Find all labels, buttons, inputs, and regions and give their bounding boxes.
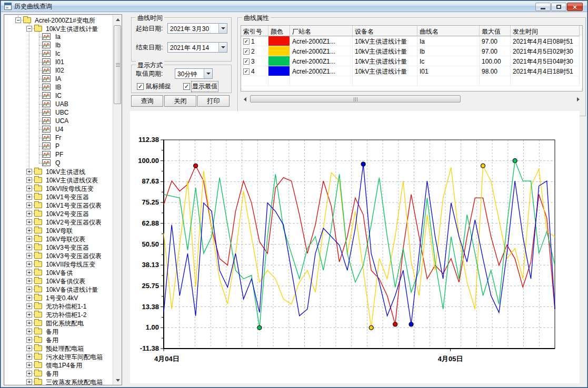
table-horizontal-scrollbar[interactable] — [241, 95, 583, 104]
expand-icon[interactable] — [26, 219, 32, 225]
scroll-left-button[interactable] — [241, 95, 249, 103]
tree-item-I01[interactable]: I01 — [4, 58, 113, 66]
tree-item-备用[interactable]: 备用 — [4, 327, 113, 335]
tree-item-10kVII段母线压变[interactable]: 10kVII段母线压变 — [4, 260, 113, 268]
tree-item-10kV主供进线仪表[interactable]: 10kV主供进线仪表 — [4, 176, 113, 184]
expand-icon[interactable] — [26, 228, 32, 233]
end-date-combobox[interactable]: 2021年 4月14 — [167, 42, 227, 53]
tree-item-10kVI段母线压变[interactable]: 10kVI段母线压变 — [4, 184, 113, 192]
scroll-down-button[interactable] — [114, 376, 122, 384]
tree-item-IC[interactable]: IC — [4, 91, 113, 100]
expand-icon[interactable] — [26, 312, 32, 318]
close-query-button[interactable]: 关闭 — [164, 95, 196, 107]
column-header-5[interactable]: 曲线名 — [417, 26, 480, 36]
tree-item-10kV主供进线计量[interactable]: 10kV主供进线计量 — [4, 24, 113, 33]
tree-item-10kV母联[interactable]: 10kV母联 — [4, 226, 113, 234]
table-scroll-thumb[interactable] — [250, 95, 461, 103]
tree-scroll-thumb[interactable] — [114, 25, 121, 104]
expand-icon[interactable] — [26, 253, 32, 259]
tree-item-污水处理车间配电箱[interactable]: 污水处理车间配电箱 — [4, 352, 113, 361]
tree-item-10kV备供仪表[interactable]: 10kV备供仪表 — [4, 277, 113, 285]
tree-item-10kV备供进线计量[interactable]: 10kV备供进线计量 — [4, 285, 113, 293]
start-date-dropdown-button[interactable] — [218, 24, 227, 33]
period-dropdown-button[interactable] — [204, 69, 212, 78]
expand-icon[interactable] — [26, 354, 32, 360]
tree-item-10kV主供进线[interactable]: 10kV主供进线 — [4, 167, 113, 176]
expand-icon[interactable] — [26, 329, 32, 334]
expand-icon[interactable] — [26, 236, 32, 242]
end-date-dropdown-button[interactable] — [218, 43, 227, 52]
tree-item-1号变0.4kV[interactable]: 1号变0.4kV — [4, 293, 113, 302]
table-row[interactable]: ✓4Acrel-2000Z1...10kV主供进线计量I0198.002021年… — [241, 66, 582, 76]
expand-icon[interactable] — [26, 244, 32, 250]
device-tree[interactable]: Acrel-2000Z1#变电所10kV主供进线计量IaIbIcI01I02IA… — [4, 14, 122, 385]
row-checkbox[interactable]: ✓ — [243, 68, 250, 75]
table-empty-row[interactable] — [241, 76, 582, 86]
tree-item-I02[interactable]: I02 — [4, 66, 113, 75]
tree-item-10kV1号变压器[interactable]: 10kV1号变压器 — [4, 192, 113, 201]
column-header-2[interactable]: 颜色 — [268, 26, 290, 36]
table-row[interactable]: ✓2Acrel-2000Z1...10kV主供进线计量Ib97.002021年4… — [241, 46, 582, 56]
history-curve-chart[interactable]: 112.38100.0087.6375.2562.8850.5038.1325.… — [130, 111, 580, 383]
collapse-icon[interactable] — [26, 26, 32, 32]
tree-item-无功补偿柜1-2[interactable]: 无功补偿柜1-2 — [4, 310, 113, 319]
expand-icon[interactable] — [26, 295, 32, 301]
print-button[interactable]: 打印 — [197, 95, 230, 107]
title-bar[interactable]: 历史曲线查询 × — [1, 1, 587, 12]
expand-icon[interactable] — [26, 186, 32, 191]
collapse-icon[interactable] — [15, 17, 21, 23]
tree-item-Ib[interactable]: Ib — [4, 41, 113, 49]
tree-item-IA[interactable]: IA — [4, 75, 113, 83]
show-extremes-checkbox[interactable]: ✓ — [183, 83, 190, 90]
tree-item-三效蒸发系统配电箱[interactable]: 三效蒸发系统配电箱 — [4, 377, 113, 385]
close-button[interactable]: × — [567, 3, 583, 11]
expand-icon[interactable] — [26, 287, 32, 292]
tree-item-10kV3号变压器[interactable]: 10kV3号变压器 — [4, 243, 113, 251]
column-header-4[interactable]: 设备名 — [353, 26, 417, 36]
tree-item-10kV3号变压器仪表[interactable]: 10kV3号变压器仪表 — [4, 251, 113, 260]
tree-item-Ia[interactable]: Ia — [4, 33, 113, 41]
tree-item-备用[interactable]: 备用 — [4, 335, 113, 344]
row-checkbox[interactable]: ✓ — [243, 38, 250, 45]
column-header-7[interactable]: 发生时间 — [511, 26, 580, 36]
column-header-1[interactable]: 索引号 — [241, 26, 268, 36]
scroll-right-button[interactable] — [574, 95, 582, 103]
tree-item-IB[interactable]: IB — [4, 83, 113, 91]
expand-icon[interactable] — [26, 320, 32, 326]
expand-icon[interactable] — [26, 278, 32, 284]
tree-item-固化系统配电[interactable]: 固化系统配电 — [4, 319, 113, 327]
tree-item-10kV母联仪表[interactable]: 10kV母联仪表 — [4, 234, 113, 243]
tree-item-UAB[interactable]: UAB — [4, 100, 113, 108]
tree-item-U4[interactable]: U4 — [4, 125, 113, 134]
tree-item-预处理配电箱[interactable]: 预处理配电箱 — [4, 344, 113, 352]
mouse-capture-checkbox[interactable]: ✓ — [137, 83, 144, 90]
tree-item-10kV1号变压器仪表[interactable]: 10kV1号变压器仪表 — [4, 201, 113, 209]
expand-icon[interactable] — [26, 362, 32, 368]
maximize-button[interactable] — [551, 3, 566, 11]
expand-icon[interactable] — [26, 202, 32, 208]
tree-item-Acrel-2000Z1#变电所[interactable]: Acrel-2000Z1#变电所 — [4, 16, 113, 24]
expand-icon[interactable] — [26, 194, 32, 200]
tree-item-Q[interactable]: Q — [4, 159, 113, 167]
minimize-button[interactable] — [535, 3, 551, 11]
table-row[interactable]: ✓3Acrel-2000Z1...10kV主供进线计量Ic100.002021年… — [241, 56, 582, 66]
tree-item-馈电1P4备用[interactable]: 馈电1P4备用 — [4, 361, 113, 369]
expand-icon[interactable] — [26, 345, 32, 351]
start-date-combobox[interactable]: 2021年 3月30 — [167, 23, 227, 34]
expand-icon[interactable] — [26, 270, 32, 275]
tree-vertical-scrollbar[interactable] — [113, 15, 122, 385]
tree-item-UCA[interactable]: UCA — [4, 117, 113, 125]
expand-icon[interactable] — [26, 261, 32, 267]
column-header-6[interactable]: 最大值 — [480, 26, 511, 36]
scroll-up-button[interactable] — [114, 15, 122, 24]
tree-item-10kV2号变压器[interactable]: 10kV2号变压器 — [4, 209, 113, 218]
expand-icon[interactable] — [26, 371, 32, 376]
row-checkbox[interactable]: ✓ — [243, 58, 250, 65]
expand-icon[interactable] — [26, 337, 32, 343]
expand-icon[interactable] — [26, 177, 32, 183]
tree-item-无功补偿柜1-1[interactable]: 无功补偿柜1-1 — [4, 302, 113, 310]
curve-attributes-table[interactable]: 索引号颜色厂站名设备名曲线名最大值发生时间✓1Acrel-2000Z1...10… — [241, 25, 583, 91]
tree-item-PF[interactable]: PF — [4, 150, 113, 159]
table-row[interactable]: ✓1Acrel-2000Z1...10kV主供进线计量Ia97.002021年4… — [241, 36, 582, 46]
row-checkbox[interactable]: ✓ — [243, 48, 250, 55]
